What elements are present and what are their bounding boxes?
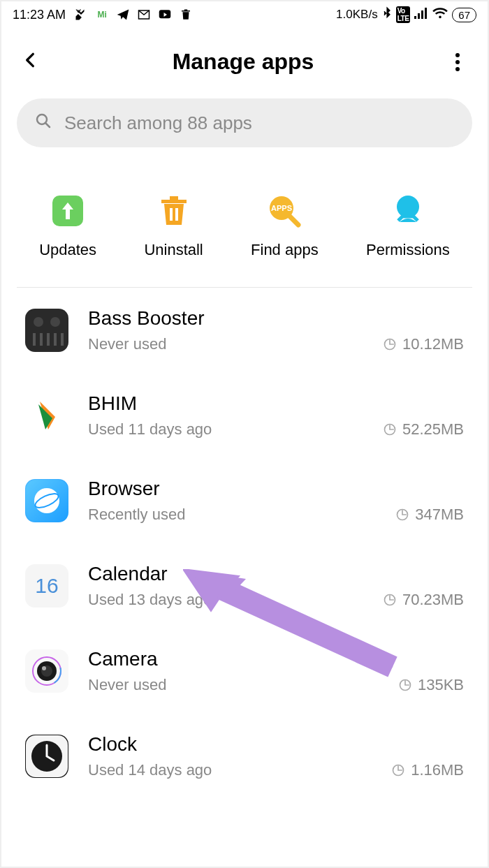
svg-rect-2 xyxy=(414,16,416,19)
action-uninstall[interactable]: Uninstall xyxy=(144,193,203,259)
app-icon xyxy=(25,479,68,522)
svg-rect-20 xyxy=(61,333,64,346)
bluetooth-icon xyxy=(382,6,392,24)
svg-text:APPS: APPS xyxy=(271,204,292,212)
svg-rect-9 xyxy=(175,208,178,221)
page-title: Manage apps xyxy=(39,49,447,75)
app-usage: Used 14 days ago xyxy=(88,761,212,779)
svg-point-15 xyxy=(50,317,60,327)
app-icon xyxy=(25,309,68,352)
svg-rect-18 xyxy=(47,333,50,346)
svg-rect-16 xyxy=(33,333,36,346)
app-size: 52.25MB xyxy=(383,420,464,439)
back-button[interactable] xyxy=(21,50,39,74)
status-bar: 11:23 AM Mi 1.0KB/s VoLTE 67 xyxy=(1,1,488,28)
search-placeholder: Search among 88 apps xyxy=(64,112,252,134)
wifi-icon xyxy=(432,7,448,23)
app-name: Clock xyxy=(88,733,464,756)
app-row-camera[interactable]: Camera Never used 135KB xyxy=(1,628,488,714)
storage-icon xyxy=(383,593,397,607)
status-time: 11:23 AM xyxy=(13,8,66,22)
data-rate: 1.0KB/s xyxy=(336,8,378,22)
app-name: Calendar xyxy=(88,563,464,585)
updates-icon xyxy=(50,193,85,228)
app-size: 135KB xyxy=(398,676,464,694)
action-label: Updates xyxy=(39,241,96,259)
missed-call-icon xyxy=(74,8,88,22)
telegram-icon xyxy=(116,8,130,22)
svg-rect-3 xyxy=(418,13,420,19)
app-size: 70.23MB xyxy=(383,591,464,609)
action-label: Find apps xyxy=(251,241,319,259)
app-row-calendar[interactable]: 16 Calendar Used 13 days ago 70.23MB xyxy=(1,543,488,628)
uninstall-icon xyxy=(156,193,191,228)
actions-row: Updates Uninstall APPS Find apps Permiss… xyxy=(1,168,488,287)
storage-icon xyxy=(383,422,397,436)
youtube-icon xyxy=(158,8,172,22)
more-options-button[interactable] xyxy=(447,53,468,71)
svg-point-14 xyxy=(34,317,43,327)
gmail-icon xyxy=(137,8,151,22)
svg-point-33 xyxy=(42,666,46,670)
mi-credit-icon: Mi xyxy=(95,8,109,22)
svg-rect-4 xyxy=(421,10,423,19)
search-bar[interactable]: Search among 88 apps xyxy=(17,98,472,147)
app-icon xyxy=(25,649,68,693)
app-usage: Recently used xyxy=(88,506,185,524)
app-name: Bass Booster xyxy=(88,307,464,330)
action-label: Uninstall xyxy=(144,241,203,259)
volte-icon: VoLTE xyxy=(396,6,411,23)
svg-rect-19 xyxy=(54,333,57,346)
trash-icon xyxy=(179,8,193,22)
app-icon xyxy=(25,394,68,437)
svg-rect-17 xyxy=(40,333,43,346)
app-size: 1.16MB xyxy=(391,761,464,779)
storage-icon xyxy=(395,508,409,522)
header: Manage apps xyxy=(1,28,488,89)
battery-indicator: 67 xyxy=(452,8,476,22)
app-usage: Used 13 days ago xyxy=(88,591,212,609)
app-row-bhim[interactable]: BHIM Used 11 days ago 52.25MB xyxy=(1,373,488,458)
app-usage: Used 11 days ago xyxy=(88,420,212,439)
action-label: Permissions xyxy=(366,241,450,259)
svg-rect-8 xyxy=(170,208,173,221)
action-permissions[interactable]: Permissions xyxy=(366,193,450,259)
app-name: Camera xyxy=(88,648,464,670)
app-icon xyxy=(25,735,68,778)
app-list: Bass Booster Never used 10.12MB BHIM Use… xyxy=(1,288,488,799)
signal-icon xyxy=(414,8,428,22)
action-updates[interactable]: Updates xyxy=(39,193,96,259)
app-row-clock[interactable]: Clock Used 14 days ago 1.16MB xyxy=(1,714,488,799)
search-icon xyxy=(35,112,52,133)
action-find-apps[interactable]: APPS Find apps xyxy=(251,193,319,259)
storage-icon xyxy=(398,678,412,692)
svg-rect-5 xyxy=(425,8,427,19)
find-apps-icon: APPS xyxy=(267,193,302,228)
storage-icon xyxy=(383,337,397,351)
app-row-bass-booster[interactable]: Bass Booster Never used 10.12MB xyxy=(1,288,488,373)
app-size: 347MB xyxy=(395,506,464,524)
app-size: 10.12MB xyxy=(383,335,464,353)
app-name: Browser xyxy=(88,478,464,500)
svg-point-12 xyxy=(397,196,419,218)
app-usage: Never used xyxy=(88,335,167,353)
app-usage: Never used xyxy=(88,676,167,694)
storage-icon xyxy=(391,763,405,777)
permissions-icon xyxy=(391,193,425,228)
app-row-browser[interactable]: Browser Recently used 347MB xyxy=(1,458,488,543)
app-name: BHIM xyxy=(88,392,464,415)
app-icon: 16 xyxy=(25,564,68,608)
